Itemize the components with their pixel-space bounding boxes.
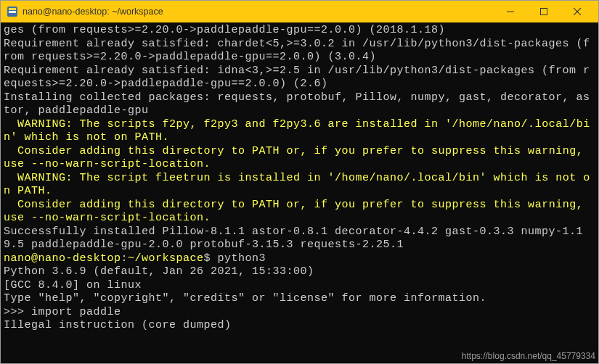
prompt-user-host: nano@nano-desktop — [4, 252, 121, 265]
close-button[interactable] — [561, 1, 594, 22]
svg-rect-4 — [541, 9, 547, 15]
python-prompt-line: >>> import paddle — [4, 306, 595, 320]
terminal-line: [GCC 8.4.0] on linux — [4, 279, 595, 293]
terminal-line: Consider adding this directory to PATH o… — [4, 199, 595, 226]
prompt-path: ~/workspace — [128, 252, 204, 265]
terminal-line: Successfully installed Pillow-8.1.1 asto… — [4, 226, 595, 252]
terminal-line: WARNING: The script fleetrun is installe… — [4, 172, 595, 199]
window-titlebar: nano@nano-desktop: ~/workspace — [1, 1, 598, 22]
terminal-line: Requirement already satisfied: chardet<5… — [4, 38, 595, 65]
watermark-text: https://blog.csdn.net/qq_45779334 — [462, 350, 595, 362]
terminal-line: Type "help", "copyright", "credits" or "… — [4, 292, 595, 306]
terminal-line: ges (from requests>=2.20.0->paddlepaddle… — [4, 24, 595, 38]
minimize-button[interactable] — [494, 1, 527, 22]
svg-rect-2 — [9, 11, 16, 13]
terminal-line: WARNING: The scripts f2py, f2py3 and f2p… — [4, 118, 595, 145]
terminal-line: Python 3.6.9 (default, Jan 26 2021, 15:3… — [4, 265, 595, 279]
terminal-line: Requirement already satisfied: idna<3,>=… — [4, 65, 595, 91]
svg-rect-1 — [9, 8, 16, 10]
python-error-line: Illegal instruction (core dumped) — [4, 319, 595, 333]
shell-command: python3 — [218, 252, 266, 265]
terminal-output[interactable]: ges (from requests>=2.20.0->paddlepaddle… — [1, 22, 598, 363]
maximize-button[interactable] — [527, 1, 561, 22]
terminal-line: Installing collected packages: requests,… — [4, 91, 595, 118]
app-icon — [7, 6, 18, 17]
window-title: nano@nano-desktop: ~/workspace — [23, 6, 163, 18]
terminal-line: Consider adding this directory to PATH o… — [4, 145, 595, 172]
shell-prompt-line: nano@nano-desktop:~/workspace$ python3 — [4, 252, 595, 266]
